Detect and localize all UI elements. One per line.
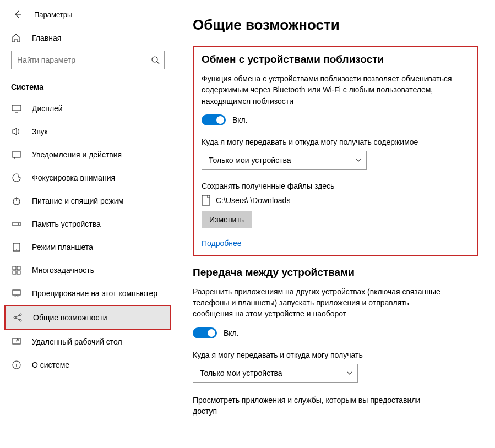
sidebar-item-sound[interactable]: Звук xyxy=(0,120,176,143)
section-title-nearby: Обмен с устройствами поблизости xyxy=(202,53,470,65)
multitask-icon xyxy=(11,265,22,275)
dropdown-value: Только мои устройства xyxy=(209,156,291,165)
sidebar-item-label: Режим планшета xyxy=(32,243,93,252)
storage-icon xyxy=(11,219,22,229)
sound-icon xyxy=(11,127,22,136)
svg-point-14 xyxy=(19,314,21,316)
sidebar-item-label: О системе xyxy=(32,360,69,369)
shared-icon xyxy=(12,313,23,323)
remote-icon xyxy=(11,337,22,347)
sidebar-item-label: Главная xyxy=(32,34,61,42)
svg-rect-11 xyxy=(17,271,20,274)
svg-rect-12 xyxy=(13,290,20,295)
svg-point-5 xyxy=(18,223,19,225)
svg-rect-9 xyxy=(17,266,20,270)
sidebar-item-label: Многозадачность xyxy=(32,266,94,275)
sidebar-item-label: Звук xyxy=(32,127,48,136)
back-arrow-icon xyxy=(13,10,22,19)
sidebar-item-focus[interactable]: Фокусировка внимания xyxy=(0,166,176,189)
sidebar-item-storage[interactable]: Память устройства xyxy=(0,212,176,236)
window-title: Параметры xyxy=(34,10,72,19)
focus-icon xyxy=(11,173,22,183)
back-button[interactable] xyxy=(11,8,24,21)
about-icon xyxy=(11,360,22,370)
chevron-down-icon xyxy=(346,370,353,376)
svg-point-15 xyxy=(19,319,21,321)
sidebar-item-power[interactable]: Питание и спящий режим xyxy=(0,189,176,212)
sidebar-item-multitask[interactable]: Многозадачность xyxy=(0,259,176,282)
sidebar-item-label: Уведомления и действия xyxy=(32,150,122,159)
save-location-label: Сохранять полученные файлы здесь xyxy=(202,182,470,190)
cross-device-share-label: Куда я могу передавать и откуда могу пол… xyxy=(193,351,478,359)
nearby-description: Функция обмена с устройствами поблизости… xyxy=(202,73,455,107)
sidebar-item-remote[interactable]: Удаленный рабочий стол xyxy=(0,330,176,353)
sidebar-item-display[interactable]: Дисплей xyxy=(0,97,176,120)
sidebar-item-label: Память устройства xyxy=(32,220,101,228)
cross-device-dropdown[interactable]: Только мои устройства xyxy=(193,364,358,383)
home-icon xyxy=(11,33,22,43)
learn-more-link[interactable]: Подробнее xyxy=(202,239,242,248)
sidebar-group-title: Система xyxy=(0,79,176,97)
projecting-icon xyxy=(11,288,22,298)
save-path: C:\Users\ \Downloads xyxy=(216,196,290,205)
dropdown-value: Только мои устройства xyxy=(200,369,282,378)
folder-icon xyxy=(202,195,210,206)
sidebar-item-label: Питание и спящий режим xyxy=(32,196,123,205)
display-icon xyxy=(11,103,22,113)
svg-point-7 xyxy=(16,249,17,250)
sidebar-item-about[interactable]: О системе xyxy=(0,353,176,376)
svg-point-0 xyxy=(152,57,157,62)
search-input[interactable] xyxy=(11,51,165,69)
nearby-toggle[interactable] xyxy=(202,114,226,125)
svg-rect-18 xyxy=(202,195,210,205)
svg-rect-1 xyxy=(12,105,21,111)
sidebar-item-label: Общие возможности xyxy=(33,313,107,322)
svg-rect-10 xyxy=(13,271,16,274)
svg-point-13 xyxy=(14,316,16,319)
section-title-cross-device: Передача между устройствами xyxy=(193,266,478,278)
sidebar-item-label: Фокусировка внимания xyxy=(32,173,115,182)
sidebar-item-label: Проецирование на этот компьютер xyxy=(32,289,157,298)
sidebar-item-label: Удаленный рабочий стол xyxy=(32,337,122,346)
cross-device-description: Разрешить приложениям на других устройст… xyxy=(193,286,446,320)
search-button[interactable] xyxy=(146,51,165,69)
change-location-button[interactable]: Изменить xyxy=(202,211,252,228)
tablet-icon xyxy=(11,242,22,252)
power-icon xyxy=(11,196,22,206)
sidebar-item-shared-experiences[interactable]: Общие возможности xyxy=(6,306,170,329)
nearby-share-dropdown[interactable]: Только мои устройства xyxy=(202,151,367,170)
chevron-down-icon xyxy=(355,157,362,163)
cross-device-toggle-label: Вкл. xyxy=(224,329,239,337)
svg-rect-8 xyxy=(13,266,16,270)
sidebar-item-projecting[interactable]: Проецирование на этот компьютер xyxy=(0,282,176,305)
notifications-icon xyxy=(11,150,22,160)
page-title: Общие возможности xyxy=(193,17,478,34)
sidebar-item-label: Дисплей xyxy=(32,104,63,113)
cross-device-toggle[interactable] xyxy=(193,327,217,338)
search-icon xyxy=(151,56,160,64)
sidebar-item-home[interactable]: Главная xyxy=(0,26,176,51)
nearby-toggle-label: Вкл. xyxy=(232,116,248,124)
nearby-share-label: Куда я могу передавать и откуда могу пол… xyxy=(202,138,470,146)
svg-rect-2 xyxy=(13,151,20,157)
cross-device-footer: Просмотреть приложения и службы, которым… xyxy=(193,395,446,417)
sidebar-item-notifications[interactable]: Уведомления и действия xyxy=(0,143,176,166)
sidebar-item-tablet[interactable]: Режим планшета xyxy=(0,236,176,259)
